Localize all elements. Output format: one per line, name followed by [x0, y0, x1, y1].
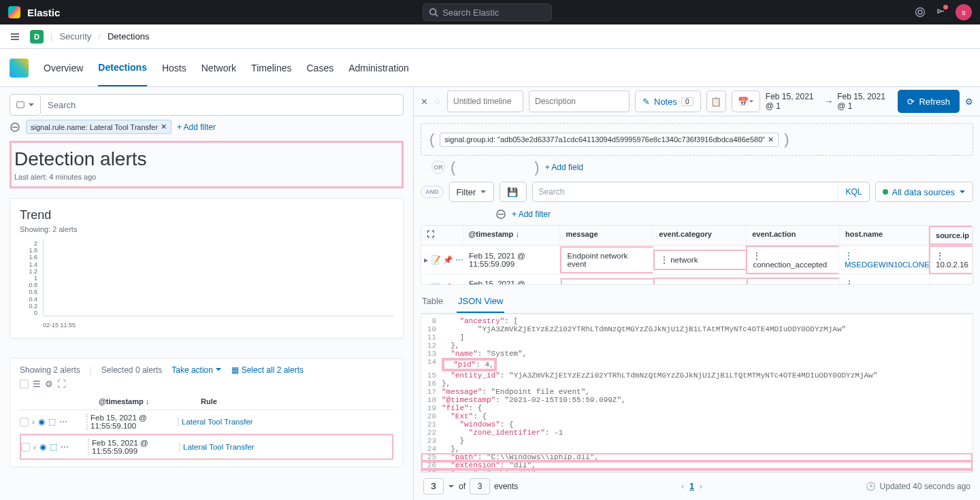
query-input[interactable]: Search	[41, 94, 404, 116]
more-actions-icon[interactable]: ⋯	[61, 442, 69, 452]
col-rule[interactable]: Rule	[201, 397, 217, 405]
settings-icon[interactable]: ⚙	[45, 379, 53, 389]
event-action: ⋮ connection_accepted	[746, 246, 839, 274]
saved-query-dropdown[interactable]: 💾	[500, 182, 527, 202]
add-field-link[interactable]: + Add field	[545, 163, 583, 172]
list-view-icon[interactable]: ☰	[33, 379, 41, 389]
analyze-icon[interactable]: ◉	[39, 442, 46, 452]
view-tab-json[interactable]: JSON View	[457, 290, 504, 313]
col-message[interactable]: message	[560, 226, 653, 245]
pager-current[interactable]: 1	[689, 482, 694, 491]
fullscreen-icon[interactable]: ⛶	[57, 379, 66, 389]
space-selector[interactable]: D	[30, 30, 44, 44]
analyze-icon[interactable]: ◉	[38, 417, 45, 427]
chevron-down-icon[interactable]	[448, 483, 455, 490]
global-search[interactable]: Search Elastic	[423, 3, 552, 21]
expand-icon[interactable]: ▸	[424, 283, 428, 284]
alert-row[interactable]: ›◉⬚⋯Feb 15, 2021 @ 11:55:59.099Lateral T…	[20, 434, 393, 460]
date-range-display[interactable]: Feb 15, 2021 @ 1 → Feb 15, 2021 @ 1	[766, 92, 893, 111]
timeline-add-filter-link[interactable]: + Add filter	[512, 210, 551, 219]
col-sourceip[interactable]: source.ip	[929, 226, 973, 245]
more-icon[interactable]: ⋯	[455, 255, 463, 265]
col-category[interactable]: event.category	[653, 226, 747, 245]
notes-icon[interactable]: 📝	[431, 283, 440, 284]
timeline-pane: ✕ ☆ ✎ Notes 0 📋 📅 Feb 15, 2021 @ 1 → Feb…	[414, 87, 980, 500]
showing-count: Showing 2 alerts	[20, 365, 80, 375]
notes-button[interactable]: ✎ Notes 0	[635, 90, 701, 112]
take-action-dropdown[interactable]: Take action	[172, 365, 222, 375]
chevron-down-icon	[28, 101, 35, 108]
alert-row[interactable]: ›◉⬚⋯Feb 15, 2021 @ 11:55:59.100Lateral T…	[20, 410, 393, 434]
attach-timeline-icon[interactable]: 📋	[706, 90, 727, 112]
json-viewer[interactable]: 9 "ancestry": [10 "YjA3ZmVkZjEtYzEzZi02Y…	[421, 314, 973, 472]
col-hostname[interactable]: host.name	[840, 226, 929, 245]
newsfeed-icon[interactable]	[935, 7, 946, 18]
more-icon[interactable]: ⋯	[455, 283, 463, 284]
breadcrumb-item[interactable]: Security	[59, 31, 91, 41]
filter-options-icon[interactable]	[495, 209, 506, 220]
pin-icon[interactable]: 📌	[443, 255, 453, 265]
timeline-title-input[interactable]	[447, 90, 523, 112]
pin-icon[interactable]: 📌	[443, 283, 453, 284]
expand-icon[interactable]: ›	[32, 418, 35, 426]
row-checkbox[interactable]	[20, 418, 29, 427]
kql-toggle[interactable]: KQL	[838, 182, 868, 201]
event-message: Endpoint file event	[561, 278, 654, 284]
notes-icon[interactable]: 📝	[431, 255, 440, 265]
pager-prev[interactable]: ‹	[681, 482, 684, 491]
col-actions[interactable]: ⛶	[421, 226, 463, 245]
select-all-checkbox[interactable]	[20, 380, 29, 388]
nav-toggle-icon[interactable]	[7, 29, 23, 45]
event-row[interactable]: ▸📝📌⋯Feb 15, 2021 @ 11:55:59.099Endpoint …	[421, 246, 973, 275]
add-filter-link[interactable]: + Add filter	[177, 122, 216, 132]
alert-rule-link[interactable]: Lateral Tool Transfer	[178, 418, 253, 426]
investigate-icon[interactable]: ⬚	[48, 417, 56, 427]
col-timestamp[interactable]: @timestamp ↓	[99, 397, 187, 405]
more-actions-icon[interactable]: ⋯	[59, 417, 67, 427]
tab-cases[interactable]: Cases	[306, 50, 333, 86]
elastic-logo-icon	[8, 6, 20, 18]
search-options-dropdown[interactable]	[10, 94, 41, 116]
view-tab-table[interactable]: Table	[421, 290, 444, 313]
pager-next[interactable]: ›	[700, 482, 702, 491]
event-host-link[interactable]: ⋮ MSEDGEWIN10CLONE	[840, 275, 930, 284]
select-all-link[interactable]: ▦ Select all 2 alerts	[231, 365, 304, 375]
date-picker-toggle[interactable]: 📅	[732, 90, 760, 112]
event-row[interactable]: ▸📝📌⋯Feb 15, 2021 @ 11:55:59.099Endpoint …	[421, 275, 973, 284]
timeline-description-input[interactable]	[529, 90, 630, 112]
selected-count: Selected 0 alerts	[101, 365, 162, 375]
close-icon[interactable]: ✕	[768, 135, 774, 144]
col-timestamp-label: @timestamp	[469, 230, 514, 238]
data-sources-button[interactable]: All data sources	[875, 182, 974, 202]
event-host-link[interactable]: ⋮ MSEDGEWIN10CLONE	[839, 247, 929, 273]
alert-rule-link[interactable]: Lateral Tool Transfer	[179, 443, 255, 451]
user-avatar[interactable]: s	[956, 4, 972, 20]
page-size-input[interactable]	[423, 478, 444, 495]
tab-hosts[interactable]: Hosts	[162, 50, 186, 86]
row-checkbox[interactable]	[21, 443, 30, 452]
refresh-button[interactable]: ⟳ Refresh	[898, 90, 960, 113]
expand-icon[interactable]: ›	[33, 443, 36, 451]
col-action[interactable]: event.action	[747, 226, 840, 245]
tab-detections[interactable]: Detections	[98, 50, 147, 86]
col-timestamp[interactable]: @timestamp ↓	[463, 226, 561, 245]
security-app-icon	[10, 59, 29, 78]
tab-overview[interactable]: Overview	[44, 50, 83, 86]
tab-network[interactable]: Network	[201, 50, 236, 86]
tab-timelines[interactable]: Timelines	[251, 50, 291, 86]
close-icon[interactable]: ✕	[161, 122, 167, 131]
query-pill-signal-group[interactable]: signal.group.id: "adb053e2d63377a1cdc641…	[440, 133, 779, 147]
investigate-icon[interactable]: ⬚	[50, 442, 57, 452]
close-timeline-icon[interactable]: ✕	[421, 97, 428, 107]
filter-dropdown[interactable]: Filter	[449, 182, 495, 202]
tab-administration[interactable]: Administration	[348, 50, 409, 86]
filter-options-icon[interactable]	[10, 122, 20, 133]
clock-icon: 🕒	[866, 482, 876, 491]
kql-search-input[interactable]: Search KQL	[532, 182, 869, 202]
help-icon[interactable]	[915, 7, 926, 18]
expand-icon[interactable]: ▸	[424, 255, 428, 265]
filter-pill-rulename[interactable]: signal.rule.name: Lateral Tool Transfer✕	[26, 120, 172, 134]
svg-point-0	[430, 9, 436, 15]
favorite-star-icon[interactable]: ☆	[434, 97, 442, 107]
timeline-settings-icon[interactable]: ⚙	[965, 97, 973, 107]
